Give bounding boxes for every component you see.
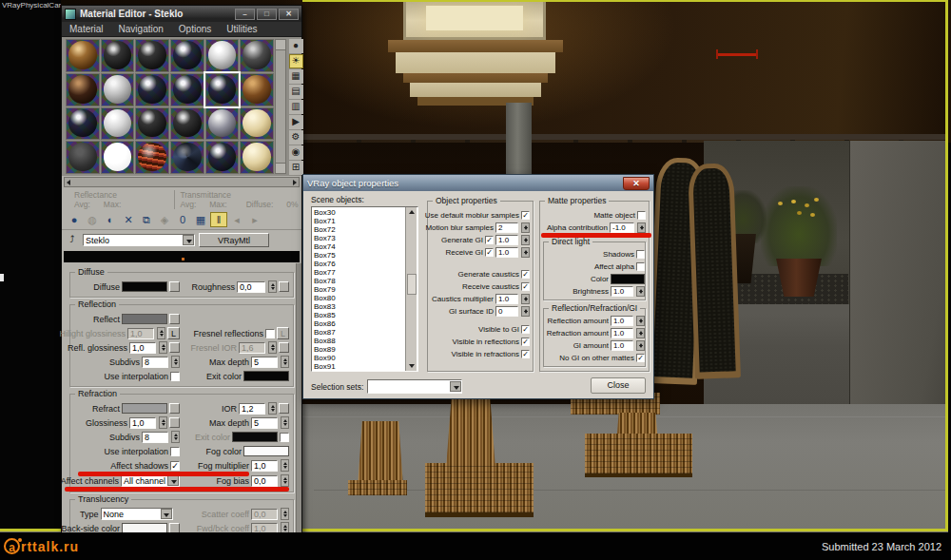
scene-objects-list[interactable]: Box30Box71Box72Box73Box74Box75Box76Box77… [311, 206, 418, 372]
menu-item[interactable]: Utilities [219, 24, 264, 34]
no-gi-on-other-mattes-checkbox[interactable]: ✓ [636, 354, 645, 362]
brightness-field[interactable]: 1.0 [611, 286, 633, 297]
hilight-glossiness-field[interactable]: 1,0 [127, 328, 154, 339]
affect-shadows-checkbox[interactable]: ✓ [170, 461, 180, 471]
material-sample-slot[interactable] [170, 141, 204, 174]
scene-object-item[interactable]: Box77 [314, 268, 417, 277]
refract-map-button[interactable] [169, 403, 180, 414]
refraction-amount-field[interactable]: 1.0 [611, 328, 633, 338]
minimize-button[interactable]: – [235, 9, 255, 20]
material-sample-slot[interactable] [101, 107, 135, 141]
ior-map-button[interactable] [279, 403, 289, 414]
refr-use-interpolation-checkbox[interactable] [170, 447, 180, 456]
affect-alpha-checkbox[interactable] [636, 262, 645, 271]
scene-object-item[interactable]: Box86 [314, 319, 417, 328]
generate-gi-checkbox[interactable]: ✓ [485, 236, 494, 244]
refr-exit-color-checkbox[interactable] [280, 433, 289, 442]
material-sample-slot[interactable] [101, 39, 135, 72]
select-by-material-icon[interactable]: ◉ [289, 145, 303, 160]
refr-subdivs-field[interactable]: 8 [142, 432, 168, 443]
diffuse-map-button[interactable] [169, 281, 180, 292]
refr-glossiness-field[interactable]: 1,0 [129, 417, 156, 429]
brightness-spinner[interactable] [636, 286, 645, 297]
material-editor-titlebar[interactable]: Material Editor - Steklo – □ ✕ [62, 6, 301, 22]
scene-object-item[interactable]: Box83 [314, 302, 417, 311]
scatter-coeff-spinner[interactable] [281, 508, 289, 520]
material-sample-slot[interactable] [66, 39, 100, 72]
material-effects-channel-icon[interactable]: 0 [174, 212, 191, 227]
reflection-amount-spinner[interactable] [636, 316, 645, 326]
dialog-titlebar[interactable]: VRay object properties ✕ [303, 175, 653, 191]
material-sample-slot[interactable] [170, 107, 204, 141]
refl-exit-color-swatch[interactable] [243, 371, 289, 381]
menu-item[interactable]: Navigation [111, 24, 171, 34]
fresnel-ior-spinner[interactable] [268, 341, 277, 354]
receive-gi-checkbox[interactable]: ✓ [485, 248, 494, 257]
generate-caustics-checkbox[interactable]: ✓ [521, 270, 530, 279]
material-sample-slot[interactable] [170, 39, 204, 72]
refraction-amount-spinner[interactable] [636, 328, 645, 338]
material-name-dropdown[interactable]: Steklo [83, 234, 195, 246]
fog-multiplier-spinner[interactable] [281, 459, 289, 472]
ior-spinner[interactable] [268, 402, 277, 415]
close-button[interactable]: ✕ [279, 9, 299, 20]
roughness-spinner[interactable] [268, 280, 277, 293]
scrollbar-thumb[interactable] [407, 274, 417, 295]
refl-use-interpolation-checkbox[interactable] [170, 372, 180, 381]
material-sample-slot[interactable] [240, 107, 274, 141]
diffuse-color-swatch[interactable] [122, 281, 167, 292]
material-sample-slot[interactable] [170, 73, 204, 106]
matte-color-swatch[interactable] [611, 274, 645, 284]
generate-gi-field[interactable]: 1.0 [495, 235, 518, 245]
make-unique-icon[interactable]: ⧉ [138, 212, 155, 227]
scene-object-item[interactable]: Box91 [314, 362, 417, 371]
translucency-type-dropdown[interactable]: None [101, 508, 173, 520]
refl-glossiness-spinner[interactable] [159, 341, 167, 354]
make-preview-icon[interactable]: ▶ [289, 115, 303, 129]
menu-item[interactable]: Options [171, 24, 219, 34]
refl-max-depth-field[interactable]: 5 [251, 357, 278, 368]
scene-object-item[interactable]: Box71 [314, 217, 417, 225]
go-to-parent-icon[interactable]: ◂ [228, 212, 245, 227]
refl-glossiness-map-button[interactable] [169, 342, 180, 353]
scroll-down-button[interactable] [276, 163, 285, 173]
material-type-button[interactable]: VRayMtl [199, 233, 269, 247]
refr-glossiness-spinner[interactable] [159, 416, 167, 429]
fog-bias-spinner[interactable] [281, 474, 289, 487]
scroll-up-icon[interactable] [409, 210, 415, 214]
alpha-contribution-spinner[interactable] [637, 222, 646, 233]
material-sample-slot[interactable] [205, 141, 240, 174]
refr-subdivs-spinner[interactable] [171, 431, 180, 443]
material-sample-slot[interactable] [205, 107, 240, 141]
material-sample-slot[interactable] [240, 39, 274, 72]
reflect-map-button[interactable] [169, 314, 180, 324]
material-sample-slot[interactable] [101, 141, 135, 174]
scene-object-item[interactable]: Box80 [314, 294, 417, 302]
put-to-scene-icon[interactable]: ◍ [84, 212, 101, 227]
scene-object-item[interactable]: Box85 [314, 311, 417, 319]
scroll-down-icon[interactable] [409, 364, 415, 368]
video-color-check-icon[interactable]: ▥ [289, 100, 303, 114]
pick-material-icon[interactable]: ⤴ [66, 234, 79, 246]
receive-gi-field[interactable]: 1.0 [495, 247, 518, 258]
material-sample-slot[interactable] [135, 39, 169, 72]
refl-subdivs-spinner[interactable] [171, 356, 180, 368]
slots-vertical-scrollbar[interactable] [275, 39, 286, 174]
caustics-multiplier-field[interactable]: 1.0 [495, 294, 518, 304]
scroll-up-button[interactable] [276, 40, 285, 50]
menu-item[interactable]: Material [62, 24, 111, 34]
selection-sets-dropdown[interactable] [367, 379, 462, 394]
scene-object-item[interactable]: Box87 [314, 328, 417, 337]
sample-type-icon[interactable]: ● [289, 39, 303, 53]
fresnel-lock-button[interactable]: L [277, 327, 289, 339]
options-icon[interactable]: ⚙ [289, 130, 303, 145]
visible-in-reflections-checkbox[interactable]: ✓ [521, 338, 530, 346]
scene-object-item[interactable]: Box76 [314, 260, 417, 268]
gi-surface-id-field[interactable]: 0 [495, 306, 518, 317]
list-scrollbar[interactable] [405, 207, 417, 371]
refr-exit-color-swatch[interactable] [232, 432, 278, 442]
maximize-button[interactable]: □ [257, 9, 277, 20]
refr-max-depth-field[interactable]: 5 [251, 417, 278, 429]
refl-max-depth-spinner[interactable] [281, 356, 289, 368]
fog-color-swatch[interactable] [243, 446, 289, 456]
